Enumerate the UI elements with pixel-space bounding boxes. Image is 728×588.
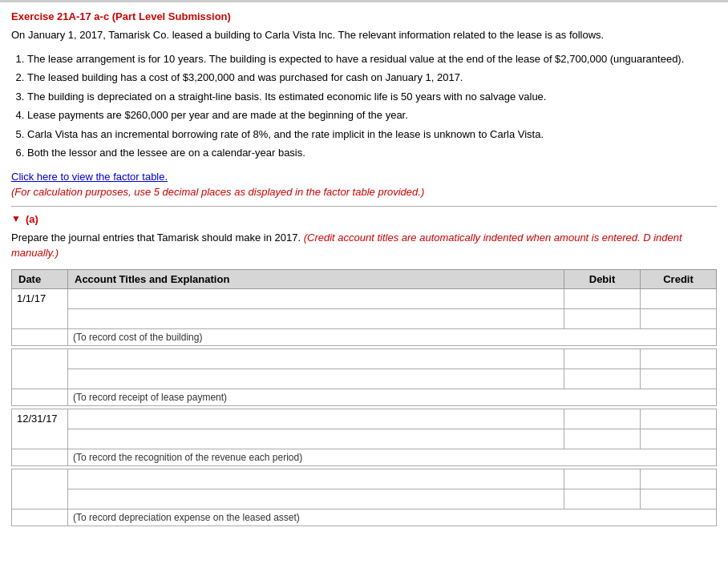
note-empty-3 — [12, 509, 68, 526]
note-row-2: (To record the recognition of the revenu… — [12, 449, 717, 465]
account-cell-2-1 — [68, 429, 564, 449]
note-text-3: (To record depreciation expense on the l… — [68, 509, 717, 526]
account-cell-0-1 — [68, 308, 564, 328]
debit-input-2-0[interactable] — [564, 409, 640, 429]
list-item: Both the lessor and the lessee are on a … — [27, 145, 717, 161]
note-row-1: (To record receipt of lease payment) — [12, 389, 717, 405]
credit-input-3-1[interactable] — [641, 489, 716, 509]
debit-cell-3-0 — [564, 469, 641, 489]
date-cell-2: 12/31/17 — [12, 409, 68, 449]
journal-table: Date Account Titles and Explanation Debi… — [11, 269, 717, 526]
info-list: The lease arrangement is for 10 years. T… — [27, 51, 717, 161]
section-instruction: Prepare the journal entries that Tamaris… — [11, 230, 717, 261]
credit-cell-0-0 — [641, 288, 717, 308]
credit-input-1-0[interactable] — [641, 349, 716, 369]
account-input-2-0[interactable] — [68, 409, 564, 429]
debit-input-3-0[interactable] — [564, 469, 640, 489]
account-input-3-0[interactable] — [68, 469, 564, 489]
debit-cell-1-0 — [564, 348, 641, 369]
account-cell-1-1 — [68, 369, 564, 389]
table-row — [12, 369, 717, 389]
note-row-3: (To record depreciation expense on the l… — [12, 509, 717, 526]
exercise-title: Exercise 21A-17 a-c (Part Level Submissi… — [11, 10, 717, 22]
note-text-1: (To record receipt of lease payment) — [68, 389, 717, 405]
debit-input-3-1[interactable] — [564, 489, 640, 509]
note-empty-2 — [12, 449, 68, 465]
account-input-0-0[interactable] — [68, 289, 564, 308]
account-input-1-0[interactable] — [68, 349, 564, 369]
credit-input-2-0[interactable] — [641, 409, 716, 429]
note-empty-0 — [12, 328, 68, 345]
section-instruction-text: Prepare the journal entries that Tamaris… — [11, 232, 301, 244]
credit-cell-2-0 — [641, 409, 717, 429]
account-input-0-1[interactable] — [68, 309, 564, 328]
account-input-2-1[interactable] — [68, 429, 564, 449]
table-row — [12, 308, 717, 328]
col-header-account: Account Titles and Explanation — [68, 269, 564, 288]
debit-cell-0-0 — [564, 288, 641, 308]
section-a-header: ▼ (a) — [11, 213, 717, 225]
debit-input-1-0[interactable] — [564, 349, 640, 369]
date-cell-0: 1/1/17 — [12, 288, 68, 328]
note-text-2: (To record the recognition of the revenu… — [68, 449, 717, 465]
credit-cell-3-0 — [641, 469, 717, 489]
note-text-0: (To record cost of the building) — [68, 328, 717, 345]
account-cell-0-0 — [68, 288, 564, 308]
credit-input-0-1[interactable] — [641, 309, 716, 328]
credit-input-0-0[interactable] — [641, 289, 716, 308]
credit-input-3-0[interactable] — [641, 469, 716, 489]
table-row — [12, 489, 717, 509]
list-item: Lease payments are $260,000 per year and… — [27, 107, 717, 123]
debit-input-0-1[interactable] — [564, 309, 640, 328]
journal-table-container: Date Account Titles and Explanation Debi… — [11, 269, 717, 526]
account-cell-3-1 — [68, 489, 564, 509]
account-input-3-1[interactable] — [68, 489, 564, 509]
account-cell-2-0 — [68, 409, 564, 429]
date-cell-1 — [12, 348, 68, 389]
debit-cell-2-1 — [564, 429, 641, 449]
table-row — [12, 429, 717, 449]
credit-cell-0-1 — [641, 308, 717, 328]
debit-cell-2-0 — [564, 409, 641, 429]
list-item: The leased building has a cost of $3,200… — [27, 70, 717, 86]
table-row — [12, 348, 717, 369]
table-row — [12, 469, 717, 489]
credit-cell-1-0 — [641, 348, 717, 369]
debit-cell-0-1 — [564, 308, 641, 328]
section-a-label: (a) — [26, 213, 38, 225]
intro-text: On January 1, 2017, Tamarisk Co. leased … — [11, 27, 717, 43]
debit-cell-3-1 — [564, 489, 641, 509]
credit-cell-1-1 — [641, 369, 717, 389]
list-item: The lease arrangement is for 10 years. T… — [27, 51, 717, 67]
list-item: Carla Vista has an incremental borrowing… — [27, 127, 717, 143]
table-row: 1/1/17 — [12, 288, 717, 308]
date-cell-3 — [12, 469, 68, 509]
debit-input-0-0[interactable] — [564, 289, 640, 308]
col-header-date: Date — [12, 269, 68, 288]
factor-note: (For calculation purposes, use 5 decimal… — [11, 186, 717, 198]
table-row: 12/31/17 — [12, 409, 717, 429]
account-cell-1-0 — [68, 348, 564, 369]
list-item: The building is depreciated on a straigh… — [27, 89, 717, 105]
section-divider — [11, 206, 717, 207]
credit-input-2-1[interactable] — [641, 429, 716, 449]
account-cell-3-0 — [68, 469, 564, 489]
account-input-1-1[interactable] — [68, 369, 564, 389]
col-header-debit: Debit — [564, 269, 641, 288]
note-row-0: (To record cost of the building) — [12, 328, 717, 345]
triangle-icon: ▼ — [11, 213, 21, 224]
debit-cell-1-1 — [564, 369, 641, 389]
credit-cell-3-1 — [641, 489, 717, 509]
debit-input-1-1[interactable] — [564, 369, 640, 389]
col-header-credit: Credit — [641, 269, 717, 288]
factor-table-link[interactable]: Click here to view the factor table. — [11, 171, 168, 183]
credit-input-1-1[interactable] — [641, 369, 716, 389]
note-empty-1 — [12, 389, 68, 405]
debit-input-2-1[interactable] — [564, 429, 640, 449]
credit-cell-2-1 — [641, 429, 717, 449]
